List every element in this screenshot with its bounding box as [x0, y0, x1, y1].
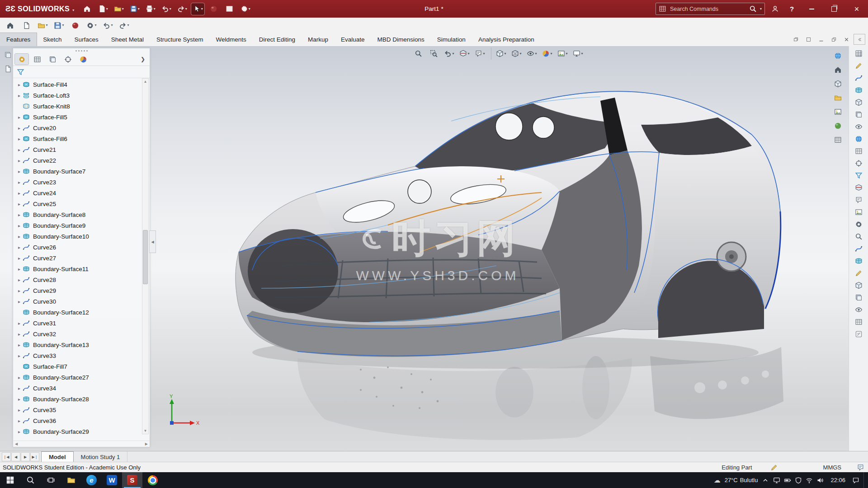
ribbon-tab-mbd-dimensions[interactable]: MBD Dimensions [371, 33, 431, 46]
expand-arrow-icon[interactable]: ▸ [16, 223, 23, 228]
toolbar-button[interactable] [852, 292, 865, 303]
tree-item-curve22[interactable]: ▸Curve22 [13, 155, 150, 166]
previous-view-button[interactable]: ▾ [443, 47, 456, 60]
toolbar-button[interactable] [852, 170, 865, 181]
expand-arrow-icon[interactable]: ▸ [16, 169, 23, 174]
toolbar-button[interactable] [852, 219, 865, 230]
help-button[interactable]: ? [785, 3, 798, 15]
panel-expand-chevron-icon[interactable]: ❯ [141, 56, 148, 62]
show-desktop-button[interactable] [863, 472, 866, 488]
expand-arrow-icon[interactable]: ▸ [16, 277, 23, 282]
edit-appearance-button[interactable]: ▾ [541, 47, 554, 60]
tree-item-boundary-surface29[interactable]: ▸Boundary-Surface29 [13, 426, 150, 437]
ribbon-tab-direct-editing[interactable]: Direct Editing [253, 33, 302, 46]
solidworks-logo[interactable]: ЗS SOLIDWORKS ▾ [0, 5, 80, 14]
hidden-icons-chevron[interactable] [762, 477, 769, 484]
configurationmanager-tab[interactable] [46, 54, 59, 65]
tree-item-boundary-surface13[interactable]: ▸Boundary-Surface13 [13, 339, 150, 350]
tree-item-surface-loft3[interactable]: ▸Surface-Loft3 [13, 90, 150, 101]
home-button[interactable] [80, 3, 94, 15]
tree-item-boundary-surface9[interactable]: ▸Boundary-Surface9 [13, 220, 150, 231]
expand-arrow-icon[interactable]: ▸ [16, 321, 23, 326]
expand-arrow-icon[interactable]: ▸ [16, 288, 23, 293]
toolbar-button[interactable] [852, 182, 865, 193]
tree-filter-bar[interactable] [13, 66, 150, 78]
close-window-button[interactable] [841, 34, 852, 44]
options-button[interactable]: ▾ [85, 19, 98, 31]
expand-arrow-icon[interactable]: ▸ [16, 332, 23, 337]
toolbar-button[interactable] [852, 121, 865, 132]
float-window-button[interactable] [790, 34, 801, 44]
view-selector-button[interactable] [831, 50, 844, 61]
task-view-button[interactable] [41, 472, 61, 488]
tree-item-boundary-surface11[interactable]: ▸Boundary-Surface11 [13, 263, 150, 274]
weather-temp[interactable]: 27°C [725, 477, 738, 483]
tree-item-boundary-surface28[interactable]: ▸Boundary-Surface28 [13, 394, 150, 404]
displaymanager-tab[interactable] [76, 54, 90, 65]
tree-item-boundary-surface7[interactable]: ▸Boundary-Surface7 [13, 166, 150, 177]
expand-arrow-icon[interactable]: ▸ [16, 93, 23, 98]
panel-splitter[interactable]: ◀ [149, 230, 156, 253]
expand-arrow-icon[interactable]: ▸ [16, 180, 23, 185]
ribbon-tab-surfaces[interactable]: Surfaces [68, 33, 105, 46]
annotation-note-icon[interactable] [770, 464, 778, 471]
expand-arrow-icon[interactable]: ▸ [16, 234, 23, 239]
expand-arrow-icon[interactable]: ▸ [16, 147, 23, 152]
minimize-button[interactable] [802, 0, 821, 18]
toolbar-button[interactable] [852, 280, 865, 291]
tree-item-curve28[interactable]: ▸Curve28 [13, 274, 150, 285]
tree-item-curve33[interactable]: ▸Curve33 [13, 350, 150, 361]
expand-arrow-icon[interactable]: ▸ [16, 386, 23, 391]
notification-center-icon[interactable] [852, 477, 859, 484]
tree-item-boundary-surface12[interactable]: Boundary-Surface12 [13, 307, 150, 318]
options-button[interactable]: ▾ [239, 3, 252, 15]
dimxpertmanager-tab[interactable] [61, 54, 75, 65]
user-account-button[interactable] [769, 3, 782, 15]
tree-item-curve29[interactable]: ▸Curve29 [13, 285, 150, 296]
tree-item-surface-fill6[interactable]: ▸Surface-Fill6 [13, 133, 150, 144]
tree-horizontal-scrollbar[interactable]: ◀ ▶ [13, 441, 150, 447]
tree-vertical-scrollbar[interactable]: ▲ ▼ [142, 78, 149, 434]
tree-item-boundary-surface8[interactable]: ▸Boundary-Surface8 [13, 209, 150, 220]
toolbar-button[interactable] [852, 255, 865, 266]
solidworks-button[interactable]: S [122, 472, 142, 488]
expand-arrow-icon[interactable]: ▸ [16, 191, 23, 196]
section-view-button[interactable]: ▾ [458, 47, 471, 60]
toolbar-button[interactable] [852, 158, 865, 169]
tree-item-curve30[interactable]: ▸Curve30 [13, 296, 150, 307]
expand-arrow-icon[interactable]: ▸ [16, 418, 23, 423]
tree-item-surface-knit8[interactable]: Surface-Knit8 [13, 101, 150, 112]
search-icon[interactable] [749, 5, 757, 13]
scene-button[interactable] [831, 120, 844, 131]
unit-system-selector[interactable]: MMGS [823, 464, 841, 471]
tree-item-curve31[interactable]: ▸Curve31 [13, 318, 150, 328]
rebuild-button[interactable] [69, 19, 82, 31]
expand-arrow-icon[interactable]: ▸ [16, 299, 23, 304]
toolbar-button[interactable] [852, 60, 865, 71]
expand-arrow-icon[interactable]: ▸ [16, 267, 23, 272]
hide-show-items-button[interactable]: ▾ [525, 47, 538, 60]
ribbon-tab-sketch[interactable]: Sketch [37, 33, 68, 46]
dynamic-annotation-views-button[interactable]: ▾ [473, 47, 486, 60]
toolbar-button[interactable] [852, 72, 865, 83]
ribbon-tab-features[interactable]: Features [0, 33, 37, 46]
tree-item-boundary-surface10[interactable]: ▸Boundary-Surface10 [13, 231, 150, 242]
tree-item-curve32[interactable]: ▸Curve32 [13, 328, 150, 339]
tree-item-boundary-surface27[interactable]: ▸Boundary-Surface27 [13, 372, 150, 383]
first-tab-button[interactable]: ❘◀ [2, 452, 11, 461]
search-button[interactable] [20, 472, 41, 488]
tray-volume-icon[interactable] [816, 477, 824, 484]
ribbon-tab-evaluate[interactable]: Evaluate [335, 33, 371, 46]
expand-arrow-icon[interactable]: ▸ [16, 212, 23, 217]
toolbar-button[interactable] [852, 145, 865, 156]
expand-arrow-icon[interactable]: ▸ [16, 136, 23, 141]
undo-button[interactable]: ▾ [101, 19, 114, 31]
display-pane-button[interactable] [831, 134, 844, 145]
search-commands-box[interactable]: ▾ [656, 3, 765, 15]
tray-shield-icon[interactable] [795, 477, 802, 484]
toolbar-button[interactable] [852, 328, 865, 339]
zoom-to-fit-button[interactable] [412, 47, 425, 60]
tree-item-curve20[interactable]: ▸Curve20 [13, 122, 150, 133]
tree-item-curve26[interactable]: ▸Curve26 [13, 242, 150, 253]
ribbon-tab-structure-system[interactable]: Structure System [150, 33, 210, 46]
